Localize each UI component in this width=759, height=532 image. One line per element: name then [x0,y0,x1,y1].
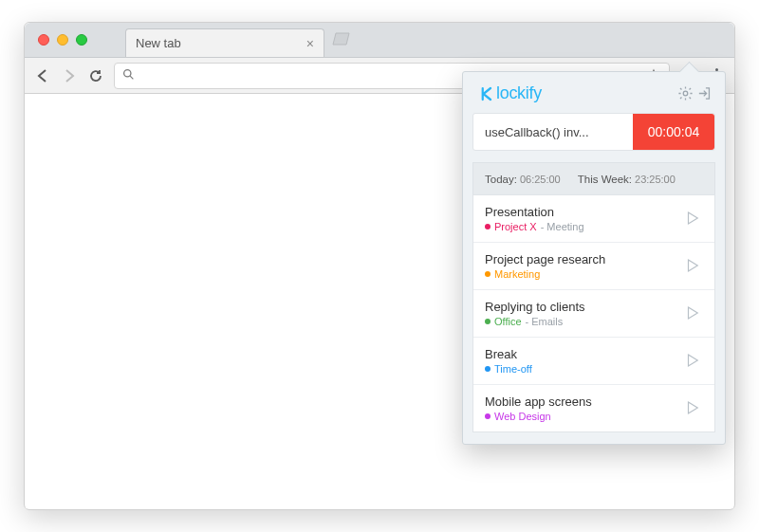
clockify-logo-icon [476,85,493,102]
browser-tab[interactable]: New tab × [125,28,324,57]
entry-meta: Project X - Meeting [485,221,684,232]
svg-point-2 [683,91,688,96]
time-entry[interactable]: Presentation Project X - Meeting [473,194,714,242]
project-name: Time-off [494,363,532,375]
project-name: Web Design [494,411,551,422]
maximize-window-button[interactable] [76,34,87,46]
clockify-popup: lockify useCallback() inv... 00:00:04 To… [462,71,726,445]
play-icon [684,257,701,274]
entry-meta: Time-off [485,363,684,375]
entry-info: Mobile app screens Web Design [485,394,684,422]
entries-list: Presentation Project X - Meeting Project… [472,194,715,432]
timer-stop-button[interactable]: 00:00:04 [633,114,714,150]
client-name: - Meeting [541,221,584,232]
new-tab-button[interactable] [330,31,353,48]
time-entry[interactable]: Replying to clients Office - Emails [473,289,714,337]
project-color-dot [485,224,491,229]
timer-description[interactable]: useCallback() inv... [473,114,633,150]
popup-header: lockify [463,72,725,113]
play-icon [684,304,701,321]
time-entry[interactable]: Break Time-off [473,337,714,384]
close-window-button[interactable] [38,34,49,46]
forward-button[interactable] [61,67,78,84]
logout-icon [696,85,713,101]
gear-icon [677,85,694,101]
entry-title: Presentation [485,205,684,219]
summary-bar: Today:06:25:00 This Week:23:25:00 [472,162,715,194]
time-entry[interactable]: Mobile app screens Web Design [473,384,714,431]
entry-info: Replying to clients Office - Emails [485,300,684,327]
search-icon [122,67,135,84]
back-button[interactable] [34,67,51,84]
entry-title: Mobile app screens [485,394,684,409]
play-icon [684,210,701,227]
entry-title: Break [485,347,684,361]
week-summary: This Week:23:25:00 [578,174,676,185]
project-color-dot [485,319,491,324]
entry-title: Project page research [485,252,684,266]
today-summary: Today:06:25:00 [485,174,561,185]
project-name: Office [494,316,522,327]
close-tab-icon[interactable]: × [306,36,314,51]
project-color-dot [485,413,491,419]
settings-button[interactable] [676,84,694,103]
project-color-dot [485,271,491,277]
entry-info: Project page research Marketing [485,252,684,280]
project-name: Project X [494,221,537,232]
active-timer: useCallback() inv... 00:00:04 [472,113,715,151]
project-color-dot [485,366,491,372]
entry-meta: Web Design [485,411,684,422]
svg-point-0 [124,69,131,76]
entry-meta: Office - Emails [485,316,684,327]
entry-info: Presentation Project X - Meeting [485,205,684,232]
play-icon [684,352,701,369]
play-button[interactable] [684,352,703,371]
project-name: Marketing [494,268,540,280]
play-button[interactable] [684,210,703,229]
entry-title: Replying to clients [485,300,684,314]
play-button[interactable] [684,257,703,276]
entry-info: Break Time-off [485,347,684,375]
logout-button[interactable] [694,84,713,103]
tab-title: New tab [136,36,306,50]
entry-meta: Marketing [485,268,684,280]
minimize-window-button[interactable] [57,34,68,46]
tab-bar: New tab × [25,23,734,58]
client-name: - Emails [526,316,564,327]
play-button[interactable] [684,399,703,418]
window-controls [38,34,87,46]
brand-logo: lockify [476,83,676,103]
reload-button[interactable] [87,67,104,84]
play-icon [684,399,701,416]
time-entry[interactable]: Project page research Marketing [473,242,714,289]
play-button[interactable] [684,304,703,323]
brand-name: lockify [496,83,542,103]
